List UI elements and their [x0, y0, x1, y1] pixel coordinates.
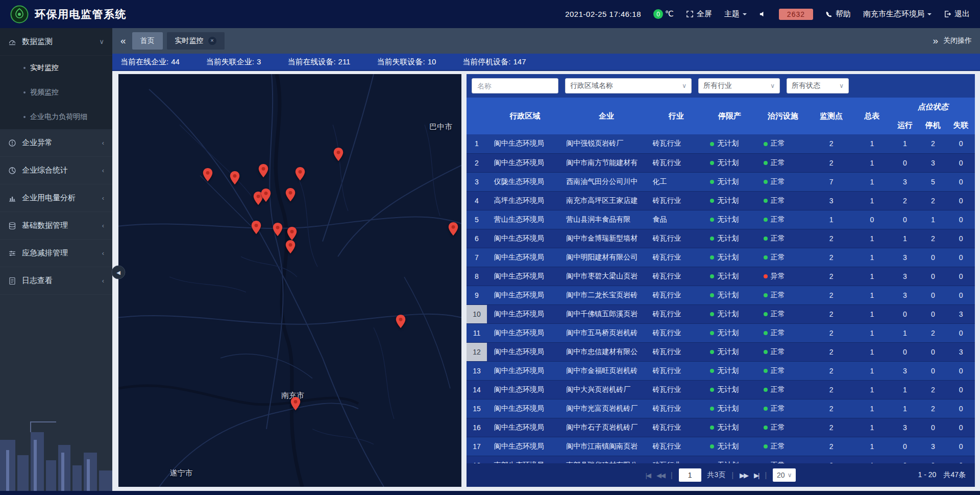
name-search-input[interactable] [472, 78, 558, 93]
cell-index: 1 [467, 134, 487, 153]
close-operations-button[interactable]: 关闭操作 [943, 36, 972, 45]
cell-index: 9 [467, 286, 487, 304]
app-title: 环保用电监管系统 [35, 7, 127, 21]
status-dot-icon [710, 312, 714, 316]
theme-dropdown[interactable]: 主题 [724, 9, 747, 19]
alert-count-badge[interactable]: 2632 [779, 9, 813, 20]
map-pin[interactable] [230, 171, 240, 187]
sidebar-item-log-view[interactable]: 日志查看‹ [0, 267, 112, 295]
cell-production-limit: 无计划 [703, 286, 756, 304]
map-pin[interactable] [290, 397, 301, 413]
cell-stop: 0 [919, 342, 947, 361]
cell-region: 阆中生态环境局 [487, 418, 563, 437]
close-icon[interactable]: × [208, 37, 216, 45]
sidebar-item-label: 企业异常 [22, 138, 53, 148]
sidebar-subitem-video[interactable]: 视频监控 [0, 80, 112, 105]
sidebar-item-emergency-reduction[interactable]: 应急减排管理‹ [0, 240, 112, 267]
first-page-button[interactable]: |◀ [646, 472, 650, 479]
table-row[interactable]: 15阆中生态环境局阆中市光富页岩机砖厂砖瓦行业无计划正常21120 [467, 399, 975, 418]
table-row[interactable]: 9阆中生态环境局阆中市二龙长宝页岩砖砖瓦行业无计划正常21300 [467, 286, 975, 304]
map-pin[interactable] [295, 167, 305, 183]
status-dot-icon [710, 350, 714, 354]
cell-meters: 0 [853, 210, 891, 229]
table-row[interactable]: 13阆中生态环境局阆中市金福旺页岩机砖砖瓦行业无计划正常21300 [467, 361, 975, 380]
map-pin[interactable] [251, 221, 261, 237]
map-city-label: 巴中市 [429, 122, 452, 132]
cell-region: 阆中生态环境局 [487, 323, 563, 342]
last-page-button[interactable]: ▶| [754, 472, 758, 479]
page-size-select[interactable]: 20 ∨ [773, 468, 796, 482]
tab-list: 首页实时监控× [132, 32, 927, 50]
table-row[interactable]: 12阆中生态环境局阆中市忠信建材有限公砖瓦行业无计划正常21003 [467, 342, 975, 361]
table-row[interactable]: 2阆中生态环境局阆中市南方节能建材有砖瓦行业无计划正常21030 [467, 153, 975, 172]
sidebar-item-data-monitor[interactable]: 数据监测∨ [0, 28, 112, 56]
cell-lost: 0 [947, 323, 975, 342]
table-row[interactable]: 6阆中生态环境局阆中市金博瑞新型墙材砖瓦行业无计划正常21120 [467, 229, 975, 248]
table-row[interactable]: 14阆中生态环境局阆中大兴页岩机砖厂砖瓦行业无计划正常21120 [467, 380, 975, 399]
sidebar-subitem-realtime[interactable]: 实时监控 [0, 56, 112, 80]
cell-industry: 砖瓦行业 [650, 380, 703, 399]
table-row[interactable]: 16阆中生态环境局阆中市石子页岩机砖厂砖瓦行业无计划正常21300 [467, 418, 975, 437]
production-label: 无计划 [717, 310, 739, 318]
table-row[interactable]: 4高坪生态环境局南充市高坪区王家店建砖瓦行业无计划正常31220 [467, 191, 975, 210]
table-row[interactable]: 7阆中生态环境局阆中明阳建材有限公司砖瓦行业无计划正常21300 [467, 248, 975, 267]
map-pin[interactable] [261, 188, 271, 204]
volume-button[interactable] [759, 10, 767, 18]
sidebar-item-power-analysis[interactable]: 企业用电量分析‹ [0, 184, 112, 212]
sidebar-subitem-power-load-detail[interactable]: 企业电力负荷明细 [0, 105, 112, 129]
help-label: 帮助 [836, 9, 851, 19]
org-dropdown[interactable]: 南充市生态环境局 [863, 9, 932, 19]
table-row[interactable]: 17阆中生态环境局阆中市江南镇阆南页岩砖瓦行业无计划正常21030 [467, 437, 975, 456]
map-pin[interactable] [333, 148, 344, 163]
status-select[interactable]: 所有状态 ∨ [787, 78, 849, 93]
table-row[interactable]: 18南部生态环境局南部县瑞华建材有限公砖瓦行业无计划正常21030 [467, 456, 975, 463]
cell-pollution-facility: 正常 [756, 323, 810, 342]
table-row[interactable]: 10阆中生态环境局阆中千佛镇五郎溪页岩砖瓦行业无计划正常21003 [467, 304, 975, 323]
tabs-scroll-right-icon[interactable]: » [933, 35, 938, 46]
region-select-value: 行政区域名称 [570, 81, 613, 90]
page-number-input[interactable] [679, 468, 701, 482]
collapse-map-button[interactable]: ◀ [112, 265, 126, 279]
table-row[interactable]: 8阆中生态环境局阆中市枣碧大梁山页岩砖瓦行业无计划异常21300 [467, 267, 975, 286]
facility-label: 正常 [771, 385, 785, 393]
sidebar-item-base-data[interactable]: 基础数据管理‹ [0, 212, 112, 240]
map-pin[interactable] [203, 168, 213, 184]
map-panel[interactable]: 巴中市南充市遂宁市 ◀ [118, 74, 461, 487]
column-subheader-0: 运行 [891, 116, 919, 134]
prev-page-button[interactable]: ◀◀ [656, 472, 665, 479]
logout-button[interactable]: 退出 [944, 9, 970, 19]
next-page-button[interactable]: ▶▶ [740, 472, 748, 479]
facility-label: 正常 [771, 423, 785, 431]
region-select[interactable]: 行政区域名称 ∨ [565, 78, 692, 93]
map-pin[interactable] [285, 240, 296, 256]
production-label: 无计划 [717, 347, 739, 356]
tabs-scroll-left-icon[interactable]: « [120, 35, 126, 46]
help-button[interactable]: 帮助 [825, 9, 851, 19]
cell-stop: 2 [919, 399, 947, 418]
table-row[interactable]: 5营山生态环境局营山县润丰食品有限食品无计划正常10010 [467, 210, 975, 229]
table-row[interactable]: 3仪陇生态环境局西南油气田分公司川中化工无计划正常71350 [467, 172, 975, 191]
app-logo-icon [10, 5, 29, 23]
table-row[interactable]: 11阆中生态环境局阆中市五马桥页岩机砖砖瓦行业无计划正常21120 [467, 323, 975, 342]
cell-points: 2 [810, 418, 853, 437]
cell-index: 17 [467, 437, 487, 456]
map-pin[interactable] [396, 315, 406, 331]
tab-home[interactable]: 首页 [132, 32, 163, 50]
table-panel: 行政区域名称 ∨ 所有行业 ∨ 所有状态 ∨ [467, 74, 975, 487]
cell-production-limit: 无计划 [703, 399, 756, 418]
map-pin[interactable] [258, 164, 268, 180]
sidebar-item-company-statistics[interactable]: 企业综合统计‹ [0, 157, 112, 184]
industry-select[interactable]: 所有行业 ∨ [698, 78, 780, 93]
cell-pollution-facility: 正常 [756, 437, 810, 456]
sidebar-item-company-abnormal[interactable]: 企业异常‹ [0, 129, 112, 157]
stat-label: 当前失联企业: [206, 57, 254, 66]
map-pin[interactable] [273, 223, 283, 239]
status-dot-icon [710, 293, 714, 297]
sidebar-subitem-label: 实时监控 [30, 63, 59, 73]
table-row[interactable]: 1阆中生态环境局阆中强锐页岩砖厂砖瓦行业无计划正常21120 [467, 134, 975, 153]
map-pin[interactable] [448, 222, 458, 238]
map-pin[interactable] [285, 188, 296, 204]
tab-realtime-monitor[interactable]: 实时监控× [167, 32, 225, 50]
fullscreen-button[interactable]: 全屏 [686, 9, 712, 19]
status-dot-icon [764, 293, 768, 297]
